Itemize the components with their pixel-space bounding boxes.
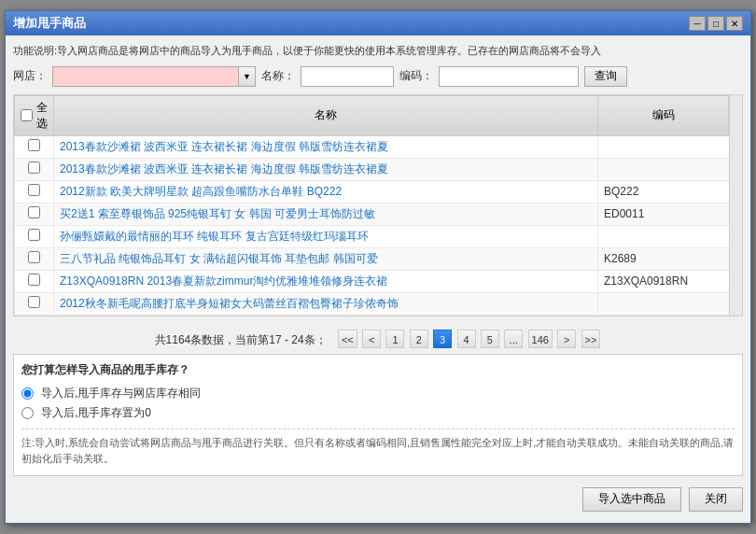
row-checkbox-cell [15,158,54,180]
row-product-code: Z13XQA0918RN [598,270,729,292]
pagination-row: 共1164条数据，当前第17 - 24条； << < 1 2 3 4 5 ...… [13,324,743,354]
close-window-button[interactable]: 关闭 [689,487,743,512]
row-checkbox-cell [15,247,54,270]
row-product-code [598,158,729,180]
import-button[interactable]: 导入选中商品 [582,487,681,512]
table-row: 2013春款沙滩裙 波西米亚 连衣裙长裙 海边度假 韩版雪纺连衣裙夏 [15,135,729,158]
radio-row-2: 导入后,甩手库存置为0 [21,405,735,421]
row-checkbox[interactable] [28,251,40,263]
row-product-code [598,135,729,158]
shop-input[interactable] [52,66,239,87]
row-product-name[interactable]: 买2送1 索至尊银饰品 925纯银耳钉 女 韩国 可爱男士耳饰防过敏 [54,203,598,225]
bottom-buttons: 导入选中商品 关闭 [13,484,743,515]
pag-3[interactable]: 3 [433,330,452,348]
row-checkbox-cell [15,180,54,203]
toolbar-row: 网店： ▼ 名称： 编码： 查询 [13,66,743,87]
row-product-code: ED0011 [598,203,729,225]
row-product-name[interactable]: 三八节礼品 纯银饰品耳钉 女 满钻超闪银耳饰 耳垫包邮 韩国可爱 [54,247,598,270]
table-row: 2012新款 欧美大牌明星款 超高跟鱼嘴防水台单鞋 BQ222BQ222 [15,180,729,203]
table-body: 2013春款沙滩裙 波西米亚 连衣裙长裙 海边度假 韩版雪纺连衣裙夏2013春款… [15,135,729,315]
pag-next[interactable]: > [557,330,576,348]
description-text: 功能说明:导入网店商品是将网店中的商品导入为甩手商品，以便于你能更快的使用本系统… [13,43,743,59]
close-button[interactable]: ✕ [726,16,743,31]
pag-last-num[interactable]: 146 [528,330,553,348]
row-checkbox[interactable] [28,162,40,174]
table-row: 2012秋冬新毛呢高腰打底半身短裙女大码蕾丝百褶包臀裙子珍侬奇饰 [15,292,729,315]
pag-ellipsis: ... [504,330,523,348]
row-product-code [598,225,729,247]
table-row: 2013春款沙滩裙 波西米亚 连衣裙长裙 海边度假 韩版雪纺连衣裙夏 [15,158,729,180]
maximize-button[interactable]: □ [707,16,724,31]
import-section: 您打算怎样导入商品的甩手库存？ 导入后,甩手库存与网店库存相同 导入后,甩手库存… [13,354,743,476]
radio-zero-stock-label: 导入后,甩手库存置为0 [41,405,151,421]
row-checkbox-cell [15,203,54,225]
row-checkbox-cell [15,270,54,292]
header-code-col: 编码 [598,95,729,135]
product-table-container: 全选 名称 编码 2013春款沙滩裙 波西米亚 连衣裙长裙 海边度假 韩版雪纺连… [13,94,743,316]
radio-same-stock[interactable] [21,387,34,400]
header-checkbox-cell: 全选 [21,100,48,132]
table-row: 三八节礼品 纯银饰品耳钉 女 满钻超闪银耳饰 耳垫包邮 韩国可爱K2689 [15,247,729,270]
table-header-row: 全选 名称 编码 [15,95,729,135]
scrollbar[interactable] [729,95,742,316]
row-checkbox[interactable] [28,184,40,196]
title-bar-buttons: ─ □ ✕ [689,16,743,31]
row-checkbox-cell [15,225,54,247]
pag-last[interactable]: >> [581,330,601,348]
radio-row-1: 导入后,甩手库存与网店库存相同 [21,386,735,401]
code-label: 编码： [399,68,433,84]
row-product-code: BQ222 [598,180,729,203]
header-name-col: 名称 [54,95,598,135]
name-input[interactable] [301,66,394,87]
row-product-name[interactable]: 2013春款沙滩裙 波西米亚 连衣裙长裙 海边度假 韩版雪纺连衣裙夏 [54,135,598,158]
row-product-name[interactable]: 2012新款 欧美大牌明星款 超高跟鱼嘴防水台单鞋 BQ222 [54,180,598,203]
main-window: 增加甩手商品 ─ □ ✕ 功能说明:导入网店商品是将网店中的商品导入为甩手商品，… [5,10,751,524]
window-title: 增加甩手商品 [13,15,86,32]
row-checkbox[interactable] [28,139,40,151]
select-all-checkbox[interactable] [21,109,33,121]
pag-2[interactable]: 2 [410,330,428,348]
table-row: Z13XQA0918RN 2013春夏新款zimmur淘约优雅堆堆领修身连衣裙Z… [15,270,729,292]
row-product-name[interactable]: 2012秋冬新毛呢高腰打底半身短裙女大码蕾丝百褶包臀裙子珍侬奇饰 [54,292,598,315]
table-wrapper: 全选 名称 编码 2013春款沙滩裙 波西米亚 连衣裙长裙 海边度假 韩版雪纺连… [14,95,742,316]
product-table: 全选 名称 编码 2013春款沙滩裙 波西米亚 连衣裙长裙 海边度假 韩版雪纺连… [14,95,729,316]
radio-same-stock-label: 导入后,甩手库存与网店库存相同 [41,386,201,401]
note-text: 注:导入时,系统会自动尝试将网店商品与甩手商品进行关联。但只有名称或者编码相同,… [21,429,735,468]
row-product-code: K2689 [598,247,729,270]
pag-prev[interactable]: < [362,330,381,348]
pag-first[interactable]: << [338,330,357,348]
row-checkbox-cell [15,292,54,315]
row-product-name[interactable]: Z13XQA0918RN 2013春夏新款zimmur淘约优雅堆堆领修身连衣裙 [54,270,598,292]
window-content: 功能说明:导入网店商品是将网店中的商品导入为甩手商品，以便于你能更快的使用本系统… [6,35,750,523]
pag-5[interactable]: 5 [481,330,499,348]
table-row: 孙俪甄嬛戴的最情丽的耳环 纯银耳环 复古宫廷特级红玛瑙耳环 [15,225,729,247]
row-checkbox[interactable] [28,206,40,218]
row-product-name[interactable]: 2013春款沙滩裙 波西米亚 连衣裙长裙 海边度假 韩版雪纺连衣裙夏 [54,158,598,180]
minimize-button[interactable]: ─ [689,16,706,31]
row-product-name[interactable]: 孙俪甄嬛戴的最情丽的耳环 纯银耳环 复古宫廷特级红玛瑙耳环 [54,225,598,247]
query-button[interactable]: 查询 [584,66,627,87]
row-checkbox[interactable] [28,274,40,286]
name-label: 名称： [261,68,295,84]
shop-label: 网店： [13,68,47,84]
header-checkbox-col: 全选 [15,95,54,135]
row-checkbox[interactable] [28,229,40,241]
pag-4[interactable]: 4 [457,330,476,348]
row-checkbox[interactable] [28,296,40,308]
radio-zero-stock[interactable] [21,407,34,419]
code-input[interactable] [439,66,579,87]
shop-row: ▼ [52,66,256,87]
row-checkbox-cell [15,135,54,158]
row-product-code [598,292,729,315]
pag-1[interactable]: 1 [385,330,404,348]
table-row: 买2送1 索至尊银饰品 925纯银耳钉 女 韩国 可爱男士耳饰防过敏ED0011 [15,203,729,225]
pagination-info: 共1164条数据，当前第17 - 24条； [155,333,327,346]
shop-dropdown-arrow[interactable]: ▼ [239,66,256,87]
select-all-label: 全选 [36,100,48,132]
import-title: 您打算怎样导入商品的甩手库存？ [21,362,735,378]
title-bar: 增加甩手商品 ─ □ ✕ [6,11,750,35]
